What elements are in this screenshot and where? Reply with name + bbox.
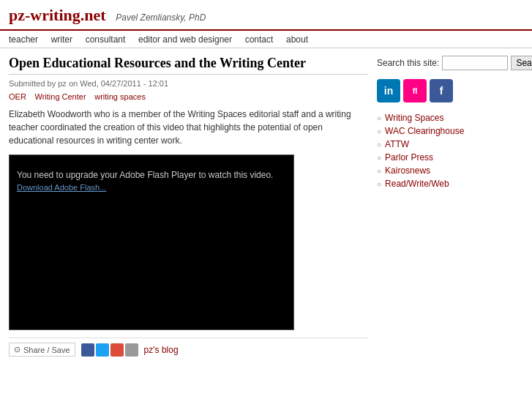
linkedin-icon[interactable]: in bbox=[377, 79, 400, 102]
search-box: Search this site: Search bbox=[377, 56, 523, 70]
sidebar-links: Writing Spaces WAC Clearinghouse ATTW Pa… bbox=[377, 113, 523, 189]
search-button[interactable]: Search bbox=[511, 56, 532, 70]
share-googleplus-btn[interactable] bbox=[110, 343, 124, 357]
main-layout: Open Educational Resources and the Writi… bbox=[0, 48, 532, 368]
share-bar: ⊙ Share / Save pz's blog bbox=[9, 338, 368, 361]
flash-download-link[interactable]: Download Adobe Flash... bbox=[17, 183, 106, 192]
tag-writing-spaces[interactable]: writing spaces bbox=[94, 92, 146, 101]
flash-message: You need to upgrade your Adobe Flash Pla… bbox=[17, 170, 273, 180]
share-save-box[interactable]: ⊙ Share / Save bbox=[9, 343, 75, 357]
link-wac[interactable]: WAC Clearinghouse bbox=[385, 126, 464, 136]
sidebar-link-item: Kairosnews bbox=[377, 165, 523, 176]
share-facebook-btn[interactable] bbox=[81, 343, 94, 357]
article-title: Open Educational Resources and the Writi… bbox=[9, 56, 368, 75]
nav-contact[interactable]: contact bbox=[245, 34, 274, 45]
site-title[interactable]: pz-writing.net bbox=[9, 6, 106, 24]
share-more-btn[interactable] bbox=[125, 343, 138, 357]
article-description: Elizabeth Woodworth who is a member of t… bbox=[9, 108, 368, 147]
share-icon: ⊙ bbox=[14, 345, 20, 354]
social-icons: in fl f bbox=[377, 79, 523, 102]
site-header: pz-writing.net Pavel Zemliansky, PhD bbox=[0, 0, 532, 31]
link-readwriteweb[interactable]: Read/Write/Web bbox=[385, 179, 449, 189]
link-kairosnews[interactable]: Kairosnews bbox=[385, 165, 430, 176]
nav-editor[interactable]: editor and web designer bbox=[138, 34, 232, 45]
share-label: Share / Save bbox=[23, 346, 70, 354]
tag-oer[interactable]: OER bbox=[9, 92, 26, 101]
page-wrapper: pz-writing.net Pavel Zemliansky, PhD tea… bbox=[0, 0, 532, 399]
link-writing-spaces[interactable]: Writing Spaces bbox=[385, 113, 443, 123]
sidebar-link-item: WAC Clearinghouse bbox=[377, 126, 523, 136]
search-input[interactable] bbox=[442, 56, 508, 70]
share-social-buttons bbox=[81, 343, 138, 357]
submitted-info: Submitted by pz on Wed, 04/27/2011 - 12:… bbox=[9, 79, 368, 88]
sidebar-link-item: Writing Spaces bbox=[377, 113, 523, 123]
tags-list: OER Writing Center writing spaces bbox=[9, 91, 368, 102]
nav-writer[interactable]: writer bbox=[51, 34, 72, 45]
sidebar-link-item: Read/Write/Web bbox=[377, 179, 523, 189]
sidebar-link-item: Parlor Press bbox=[377, 152, 523, 163]
sidebar: Search this site: Search in fl f Writing… bbox=[377, 56, 523, 361]
nav-consultant[interactable]: consultant bbox=[86, 34, 126, 45]
video-player: You need to upgrade your Adobe Flash Pla… bbox=[9, 154, 294, 330]
facebook-icon[interactable]: f bbox=[430, 79, 453, 102]
link-attw[interactable]: ATTW bbox=[385, 139, 409, 149]
tag-writing-center[interactable]: Writing Center bbox=[34, 92, 86, 101]
site-subtitle: Pavel Zemliansky, PhD bbox=[116, 12, 206, 23]
link-parlor[interactable]: Parlor Press bbox=[385, 152, 433, 163]
flickr-icon[interactable]: fl bbox=[403, 79, 427, 102]
search-label: Search this site: bbox=[377, 58, 439, 68]
sidebar-link-item: ATTW bbox=[377, 139, 523, 149]
blog-link[interactable]: pz's blog bbox=[144, 345, 179, 355]
navigation: teacher writer consultant editor and web… bbox=[0, 31, 532, 48]
content-area: Open Educational Resources and the Writi… bbox=[9, 56, 368, 361]
share-twitter-btn[interactable] bbox=[96, 343, 109, 357]
nav-about[interactable]: about bbox=[286, 34, 308, 45]
nav-teacher[interactable]: teacher bbox=[9, 34, 38, 45]
